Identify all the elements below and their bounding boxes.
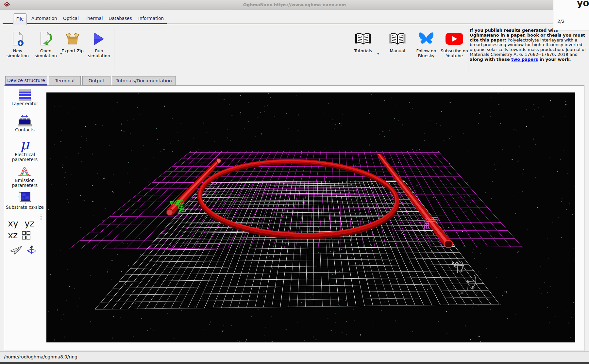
export-zip-button[interactable]: Export Zip — [61, 29, 84, 53]
menu-tab-information[interactable]: Information — [138, 16, 164, 21]
panel-splitter-handle[interactable] — [41, 214, 42, 221]
open-simulation-button[interactable]: Open simulation — [32, 29, 59, 58]
citation-bold-mid: along with these — [470, 57, 511, 62]
open-document-icon — [32, 29, 59, 48]
view-yz-button[interactable]: yz — [25, 218, 34, 228]
svg-text:z: z — [25, 202, 26, 205]
play-icon — [86, 29, 112, 48]
paper-plane-icon[interactable] — [9, 245, 23, 255]
toolbar-button-label: Run simulation — [86, 48, 112, 58]
menu-tab-file[interactable]: File — [13, 13, 27, 25]
toolbar-button-label: Follow on Bluesky — [412, 48, 441, 58]
four-pane-view-icon[interactable] — [22, 231, 31, 240]
substrate-icon: x z — [5, 190, 45, 205]
bluesky-butterfly-icon — [412, 29, 441, 48]
mu-icon: μ — [5, 137, 45, 152]
toolbar-separator — [85, 26, 85, 71]
view-xz-button[interactable]: xz — [8, 230, 18, 240]
toolbar-button-label: Subscribe on Youtube — [439, 48, 469, 58]
layers-icon — [5, 88, 45, 101]
window-bottom-edge — [0, 362, 589, 364]
oghmanano-window: OghmaNano https://www.oghma-nano.com Fil… — [0, 0, 589, 364]
toolbar-ribbon: New simulation Open simulation ▾ — [0, 25, 589, 76]
tab-tutorials-documentation[interactable]: Tutorials/Documentation — [112, 76, 176, 86]
toolbar-separator — [468, 26, 468, 71]
new-document-icon — [4, 29, 31, 48]
tab-output[interactable]: Output — [82, 76, 110, 86]
manual-button[interactable]: Manual — [383, 29, 412, 53]
tutorials-dropdown-arrow[interactable]: ▾ — [377, 52, 379, 56]
new-simulation-button[interactable]: New simulation — [4, 29, 31, 58]
3d-viewport[interactable] — [46, 92, 575, 342]
view-xy-button[interactable]: xy — [8, 218, 18, 228]
menu-tab-automation[interactable]: Automation — [31, 16, 57, 21]
youtube-icon — [439, 29, 469, 48]
citation-bold-end: in your work — [538, 57, 569, 62]
sidebar-item-label: Substrate xz-size — [5, 205, 45, 210]
open-book-icon — [383, 29, 412, 48]
youtube-button[interactable]: Subscribe on Youtube — [439, 29, 469, 58]
toolbar-button-label: New simulation — [4, 48, 31, 58]
sidebar-item-contacts[interactable]: Contacts — [5, 114, 45, 132]
3d-scene-canvas[interactable] — [46, 92, 575, 342]
sidebar-item-substrate-xz-size[interactable]: x z Substrate xz-size — [5, 190, 45, 210]
zip-box-icon — [61, 29, 84, 48]
toolbar-button-label: Manual — [383, 48, 412, 53]
contacts-icon — [5, 114, 45, 127]
popup-panel: yo 2/2 — [553, 0, 589, 30]
run-simulation-button[interactable]: Run simulation — [86, 29, 112, 58]
menu-tab-thermal[interactable]: Thermal — [85, 16, 103, 21]
sidebar-item-layer-editor[interactable]: Layer editor — [5, 88, 45, 106]
tab-terminal[interactable]: Terminal — [49, 76, 81, 86]
sidebar-item-label: Emission parameters — [5, 178, 45, 188]
svg-text:x: x — [17, 195, 19, 198]
citation-period: . — [569, 57, 571, 62]
bluesky-button[interactable]: Follow on Bluesky — [412, 29, 441, 58]
spectrum-icon — [5, 165, 45, 178]
menu-tab-optical[interactable]: Optical — [63, 16, 79, 21]
tutorials-button[interactable]: Tutorials — [348, 29, 378, 53]
rotate-axis-icon[interactable] — [27, 244, 37, 256]
toolbar-button-label: Export Zip — [61, 48, 84, 53]
sidebar-item-electrical-parameters[interactable]: μ Electrical parameters — [5, 137, 45, 162]
toolbar-separator — [114, 26, 114, 71]
sidebar-item-label: Contacts — [5, 127, 45, 132]
toolbar-button-label: Open simulation — [32, 48, 59, 58]
title-bar: OghmaNano https://www.oghma-nano.com — [0, 0, 589, 10]
two-papers-link[interactable]: two papers — [511, 57, 538, 62]
menu-underline-accent — [3, 23, 167, 24]
page-indicator: 2/2 — [557, 19, 565, 24]
current-path: /home/rod/oghma/oghma8.0/ring — [4, 352, 77, 362]
toolbar-button-label: Tutorials — [348, 48, 378, 53]
tab-device-structure[interactable]: Device structure — [5, 76, 47, 86]
popup-big-text: yo — [577, 0, 589, 8]
window-title: OghmaNano https://www.oghma-nano.com — [0, 0, 589, 10]
sidebar-item-label: Layer editor — [5, 101, 45, 106]
sidebar-item-emission-parameters[interactable]: Emission parameters — [5, 165, 45, 188]
citation-text: If you publish results generated with Og… — [470, 28, 586, 62]
open-book-icon — [348, 29, 378, 48]
sidebar-item-label: Electrical parameters — [5, 152, 45, 162]
menu-tab-databases[interactable]: Databases — [109, 16, 132, 21]
status-bar: /home/rod/oghma/oghma8.0/ring — [0, 351, 589, 362]
menu-bar: File Automation Optical Thermal Database… — [0, 10, 589, 25]
